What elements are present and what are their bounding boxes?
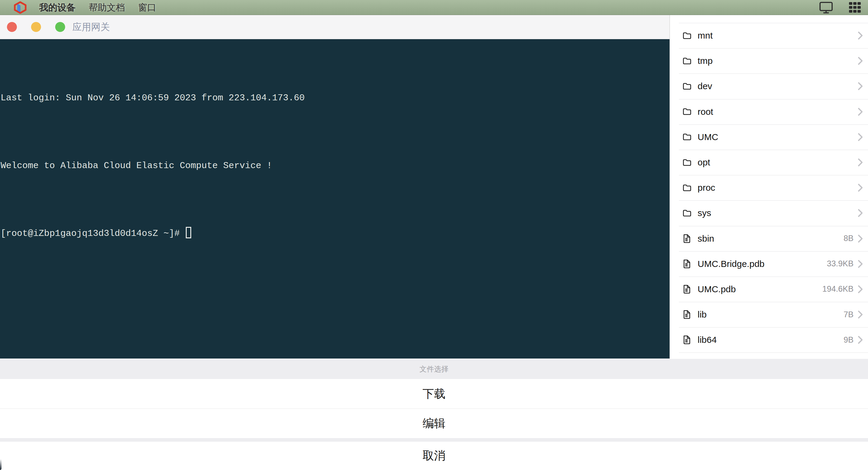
chevron-right-icon	[857, 182, 864, 193]
file-row-UMC.Bridge[interactable]: UMC.Bridge73.3MB	[670, 352, 868, 359]
folder-icon	[683, 184, 691, 192]
terminal-cursor	[186, 227, 191, 238]
document-icon	[683, 284, 693, 294]
chevron-right-icon	[857, 157, 864, 168]
terminal-window: 应用网关 Last login: Sun Nov 26 14:06:59 202…	[0, 15, 670, 359]
chevron-right-icon	[857, 182, 864, 193]
app-logo-icon[interactable]	[13, 1, 27, 14]
folder-icon	[683, 107, 691, 116]
chevron-right-icon	[857, 132, 864, 142]
action-sheet-actions: 下载编辑	[0, 379, 868, 438]
action-sheet: 文件选择 下载编辑 取消	[0, 359, 868, 470]
app-grid-icon[interactable]	[849, 1, 861, 13]
file-name: UMC.pdb	[698, 284, 736, 294]
chevron-right-icon	[857, 334, 864, 345]
folder-icon	[683, 32, 693, 40]
file-name: lib64	[698, 335, 717, 345]
folder-icon	[683, 159, 691, 167]
close-window-button[interactable]	[7, 22, 17, 32]
file-size: 8B	[843, 234, 854, 243]
terminal-titlebar[interactable]: 应用网关	[0, 15, 670, 39]
document-icon	[683, 335, 691, 345]
chevron-right-icon	[857, 259, 864, 269]
zoom-window-button[interactable]	[55, 22, 65, 32]
chevron-right-icon	[857, 106, 864, 117]
action-edit-button[interactable]: 编辑	[0, 408, 868, 438]
window-title: 应用网关	[72, 21, 110, 33]
chevron-right-icon	[857, 157, 864, 168]
file-row-sys[interactable]: sys	[670, 200, 868, 226]
folder-icon	[683, 57, 691, 65]
file-row-opt[interactable]: opt	[670, 150, 868, 175]
chevron-right-icon	[857, 81, 864, 92]
folder-icon	[683, 82, 691, 90]
chevron-right-icon	[857, 106, 864, 117]
document-icon	[683, 234, 691, 243]
file-name: root	[698, 107, 713, 117]
menu-item-window[interactable]: 窗口	[138, 0, 156, 15]
file-name: UMC	[698, 132, 718, 142]
action-cancel-button[interactable]: 取消	[0, 442, 868, 470]
file-name: lib	[698, 309, 707, 320]
chevron-right-icon	[857, 81, 864, 92]
file-name: proc	[698, 182, 715, 193]
terminal-prompt: [root@iZbp1gaojq13d3ld0d14osZ ~]#	[1, 228, 185, 239]
file-row-sbin[interactable]: sbin8B	[670, 226, 868, 251]
background-window-edge	[0, 459, 1, 470]
file-row-UMC.Bridge.pdb[interactable]: UMC.Bridge.pdb33.9KB	[670, 251, 868, 276]
document-icon	[683, 284, 691, 294]
document-icon	[683, 259, 693, 269]
folder-icon	[683, 159, 693, 167]
action-sheet-title: 文件选择	[0, 359, 868, 379]
file-size: 9B	[843, 335, 854, 345]
menu-item-my-devices[interactable]: 我的设备	[39, 0, 75, 15]
file-name: tmp	[698, 56, 713, 66]
document-icon	[683, 335, 693, 345]
document-icon	[683, 310, 693, 320]
file-name: UMC.Bridge.pdb	[698, 259, 765, 269]
menu-item-help-docs[interactable]: 帮助文档	[89, 0, 125, 15]
action-download-button[interactable]: 下载	[0, 379, 868, 408]
chevron-right-icon	[857, 30, 864, 41]
chevron-right-icon	[857, 132, 864, 142]
menu-items: 我的设备帮助文档窗口	[39, 0, 156, 15]
file-row-mnt[interactable]: mnt	[670, 23, 868, 48]
chevron-right-icon	[857, 284, 864, 295]
file-row-lib64[interactable]: lib649B	[670, 327, 868, 352]
minimize-window-button[interactable]	[31, 22, 41, 32]
chevron-right-icon	[857, 309, 864, 320]
terminal-output-line: Welcome to Alibaba Cloud Elastic Compute…	[1, 155, 670, 177]
folder-icon	[683, 32, 691, 40]
file-row-UMC[interactable]: UMC	[670, 125, 868, 150]
chevron-right-icon	[857, 233, 864, 244]
document-icon	[683, 310, 691, 320]
chevron-right-icon	[857, 56, 864, 66]
chevron-right-icon	[857, 30, 864, 41]
document-icon	[683, 259, 691, 269]
file-name: sbin	[698, 234, 714, 244]
file-size: 33.9KB	[827, 259, 854, 268]
folder-icon	[683, 133, 691, 141]
file-row-lib[interactable]: lib7B	[670, 302, 868, 327]
menu-bar-status-icons	[819, 1, 861, 13]
terminal-prompt-line: [root@iZbp1gaojq13d3ld0d14osZ ~]#	[1, 222, 670, 245]
file-row-tmp[interactable]: tmp	[670, 48, 868, 73]
file-row-proc[interactable]: proc	[670, 175, 868, 200]
sheet-divider	[0, 438, 868, 442]
display-icon[interactable]	[819, 1, 833, 13]
file-row-UMC.pdb[interactable]: UMC.pdb194.6KB	[670, 276, 868, 302]
folder-icon	[683, 107, 693, 116]
chevron-right-icon	[857, 259, 864, 269]
file-size: 7B	[843, 310, 854, 320]
chevron-right-icon	[857, 208, 864, 219]
menu-bar: 我的设备帮助文档窗口	[0, 0, 868, 15]
chevron-right-icon	[857, 233, 864, 244]
file-row-dev[interactable]: dev	[670, 73, 868, 99]
folder-icon	[683, 184, 693, 192]
folder-icon	[683, 209, 693, 217]
chevron-right-icon	[857, 334, 864, 345]
folder-icon	[683, 57, 693, 65]
file-row-root[interactable]: root	[670, 99, 868, 125]
file-browser-panel: mnt tmp dev root UMC opt proc sys	[670, 15, 868, 359]
terminal-output[interactable]: Last login: Sun Nov 26 14:06:59 2023 fro…	[0, 39, 670, 359]
